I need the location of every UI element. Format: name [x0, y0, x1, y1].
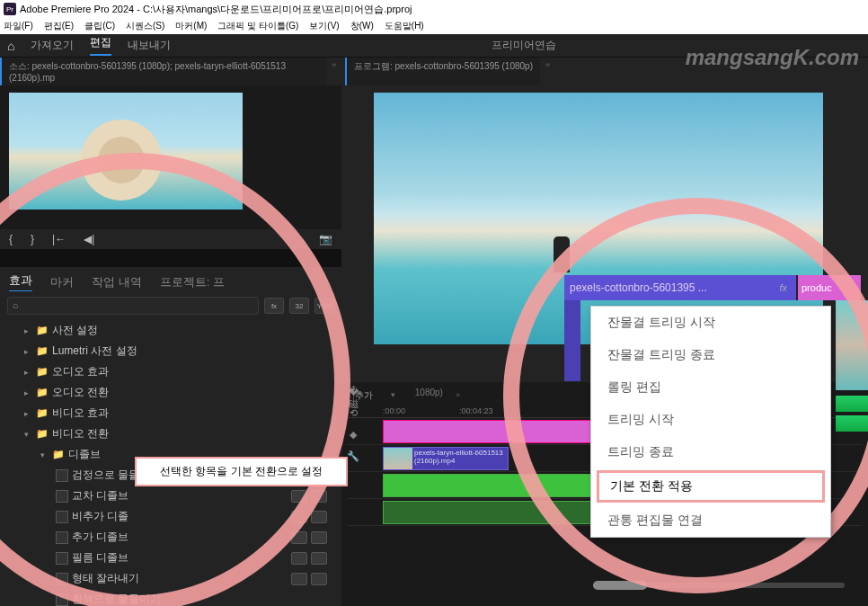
effects-search-row: ⌕ fx 32 YUV	[0, 295, 341, 316]
menu-clip[interactable]: 클립(C)	[84, 20, 115, 32]
effects-search-input[interactable]	[7, 297, 259, 315]
effect-icon	[56, 469, 68, 482]
folder-icon: 📁	[36, 366, 49, 378]
effect-icon	[56, 593, 68, 606]
export-frame-icon[interactable]: 📷	[319, 233, 332, 245]
workspace-import[interactable]: 가져오기	[31, 38, 74, 53]
menu-item-apply-default-transition[interactable]: 기본 전환 적용	[597, 470, 825, 503]
effect-badges	[291, 573, 336, 585]
effect-item[interactable]: 추가 디졸브	[4, 527, 338, 548]
effect-folder[interactable]: ▸📁 오디오 효과	[4, 361, 338, 382]
effect-folder[interactable]: ▾📁 비디오 전환	[4, 423, 338, 444]
menu-window[interactable]: 창(W)	[350, 20, 374, 32]
filter-32-button[interactable]: 32	[289, 298, 309, 314]
source-timebar[interactable]	[0, 249, 341, 267]
effect-item[interactable]: 비추가 디졸	[4, 506, 338, 527]
menu-view[interactable]: 보기(V)	[309, 20, 339, 32]
effect-badge-icon	[291, 511, 307, 523]
snap-icon[interactable]: �磁	[345, 386, 361, 402]
left-column: { } |← ◀| 📷 효과 마커 작업 내역 프로젝트: 프 ⌕ fx 32	[0, 85, 341, 606]
tab-project[interactable]: 프로젝트: 프	[160, 274, 225, 290]
tree-item-label: 비디오 효과	[52, 405, 109, 421]
zoomed-clip-pink-label: produc	[802, 282, 832, 293]
menu-item-trim-end[interactable]: 트리밍 종료	[591, 436, 830, 468]
effect-folder[interactable]: ▸📁 Lumetri 사전 설정	[4, 341, 338, 361]
source-video-preview[interactable]	[9, 93, 243, 209]
search-icon: ⌕	[13, 299, 19, 310]
workspace-export[interactable]: 내보내기	[128, 38, 171, 53]
effect-item[interactable]: 교차 디졸브	[4, 486, 338, 506]
tree-item-label: 오디오 전환	[52, 385, 109, 400]
menu-item-trim-start[interactable]: 트리밍 시작	[591, 404, 830, 436]
folder-icon: 📁	[36, 325, 49, 336]
effect-icon	[56, 573, 68, 585]
effect-badges	[291, 511, 336, 523]
chevron-icon[interactable]: ▸	[20, 409, 32, 418]
effect-item[interactable]: 형태 잘라내기	[4, 568, 338, 589]
chevron-icon[interactable]: ▸	[20, 368, 32, 377]
tree-item-label: 비추가 디졸	[72, 509, 128, 524]
folder-icon: 📁	[36, 387, 49, 398]
menu-edit[interactable]: 편집(E)	[44, 20, 74, 32]
zoomed-track-bg	[564, 300, 580, 381]
effect-badges	[291, 531, 336, 544]
menu-graphics[interactable]: 그래픽 및 타이틀(G)	[217, 20, 298, 32]
clip-label: pexels-taryn-elliott-6051513 (2160p).mp4	[414, 449, 508, 465]
chevron-right-icon[interactable]: »	[450, 388, 465, 404]
sequence-resolution-label: 1080p)	[415, 388, 443, 404]
chevron-right-icon[interactable]: »	[326, 58, 341, 85]
timeline-zoom-scroll[interactable]	[593, 583, 845, 588]
menu-item-rolling-edit[interactable]: 롤링 편집	[591, 371, 830, 404]
menu-marker[interactable]: 마커(M)	[175, 20, 207, 32]
home-icon[interactable]: ⌂	[7, 39, 14, 53]
chevron-right-icon[interactable]: »	[540, 58, 555, 85]
menu-file[interactable]: 파일(F)	[4, 20, 33, 32]
menu-item-ripple-trim-start[interactable]: 잔물결 트리밍 시작	[591, 307, 830, 339]
timeline-clip-video[interactable]: pexels-taryn-elliott-6051513 (2160p).mp4	[383, 447, 509, 470]
chevron-icon[interactable]: ▾	[20, 430, 32, 439]
filter-yuv-button[interactable]: YUV	[314, 298, 334, 314]
chevron-icon[interactable]: ▸	[20, 388, 32, 397]
chevron-down-icon[interactable]: ▾	[385, 388, 401, 404]
effect-folder[interactable]: ▸📁 사전 설정	[4, 320, 338, 341]
effect-item[interactable]: 흰색으로 물들이기	[4, 589, 338, 606]
menu-sequence[interactable]: 시퀀스(S)	[126, 20, 164, 32]
effect-icon	[56, 490, 68, 503]
source-transport: { } |← ◀| 📷	[0, 229, 341, 249]
menu-item-ripple-trim-end[interactable]: 잔물결 트리밍 종료	[591, 339, 830, 371]
tab-effects[interactable]: 효과	[9, 272, 32, 291]
go-in-icon[interactable]: |←	[52, 233, 66, 245]
zoomed-clip-thumbs	[836, 300, 868, 390]
tab-markers[interactable]: 마커	[50, 274, 74, 290]
zoomed-clip-label: pexels-cottonbro-5601395 ...	[570, 281, 707, 294]
fx-badge: fx	[779, 282, 791, 293]
zoomed-clip-purple[interactable]: pexels-cottonbro-5601395 ... fx	[564, 275, 798, 300]
workspace-edit[interactable]: 편집	[90, 35, 111, 56]
step-back-icon[interactable]: ◀|	[84, 233, 94, 245]
effect-folder[interactable]: ▸📁 비디오 효과	[4, 403, 338, 423]
mark-out-icon[interactable]: }	[31, 233, 34, 245]
effect-badges	[291, 490, 336, 503]
effect-badge-icon	[291, 552, 307, 565]
app-icon: Pr	[4, 3, 16, 15]
tree-item-label: 흰색으로 물들이기	[72, 592, 161, 606]
source-panel-tab[interactable]: 소스: pexels-cottonbro-5601395 (1080p); pe…	[0, 58, 326, 85]
effect-badges	[291, 552, 336, 565]
window-titlebar: Pr Adobe Premiere Pro 2024 - C:\사용자\mang…	[0, 0, 868, 18]
chevron-icon[interactable]: ▾	[36, 450, 49, 459]
filter-fx-button[interactable]: fx	[264, 298, 284, 314]
chevron-icon[interactable]: ▸	[20, 326, 32, 335]
zoomed-clip-pink[interactable]: produc	[798, 275, 861, 300]
chevron-icon[interactable]: ▸	[20, 347, 32, 356]
tree-item-label: Lumetri 사전 설정	[52, 343, 137, 359]
effect-folder[interactable]: ▸📁 오디오 전환	[4, 382, 338, 403]
menu-help[interactable]: 도움말(H)	[385, 20, 424, 32]
program-panel-tab[interactable]: 프로그램: pexels-cottonbro-5601395 (1080p)	[345, 58, 540, 85]
zoomed-audio-strips	[836, 396, 868, 432]
effect-item[interactable]: 필름 디졸브	[4, 548, 338, 568]
tab-history[interactable]: 작업 내역	[92, 274, 142, 290]
mark-in-icon[interactable]: {	[9, 233, 13, 245]
tree-item-label: 사전 설정	[52, 323, 98, 338]
menu-item-join-through-edits[interactable]: 관통 편집물 연결	[591, 504, 830, 537]
source-monitor	[0, 85, 341, 229]
